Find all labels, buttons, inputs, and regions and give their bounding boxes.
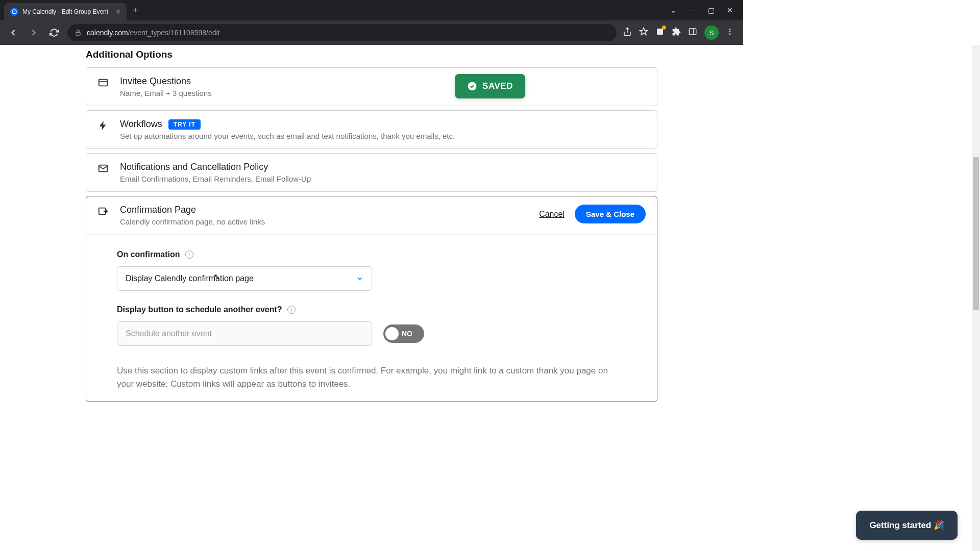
select-value: Display Calendly confirmation page [126, 274, 254, 283]
info-icon[interactable]: i [185, 251, 193, 259]
card-title: Workflows [120, 119, 162, 130]
extensions-icon[interactable] [672, 27, 681, 38]
new-tab-button[interactable]: + [127, 5, 144, 16]
svg-point-5 [729, 29, 731, 30]
calendly-favicon-icon [10, 8, 18, 16]
display-button-toggle[interactable]: NO [383, 324, 424, 343]
tab-title: My Calendly - Edit Group Event [22, 8, 108, 15]
close-window-icon[interactable]: ✕ [727, 6, 733, 14]
svg-point-7 [729, 33, 731, 35]
extension-notification-icon[interactable] [655, 27, 665, 38]
lightning-icon [97, 120, 110, 133]
browser-tab-bar: My Calendly - Edit Group Event × + ⌄ — ▢… [0, 0, 743, 20]
menu-icon[interactable] [726, 28, 734, 38]
card-subtitle: Set up automations around your events, s… [120, 132, 646, 140]
close-tab-icon[interactable]: × [116, 7, 120, 16]
arrow-right-box-icon [97, 206, 110, 219]
info-icon[interactable]: i [287, 306, 296, 314]
toggle-label: NO [402, 330, 412, 338]
window-controls: ⌄ — ▢ ✕ [660, 6, 743, 14]
cancel-button[interactable]: Cancel [539, 210, 565, 219]
url-path: /event_types/161108598/edit [128, 29, 220, 37]
card-title: Notifications and Cancellation Policy [120, 162, 646, 172]
on-confirmation-label: On confirmation i [117, 250, 626, 259]
lock-icon [75, 29, 82, 36]
maximize-icon[interactable]: ▢ [708, 6, 715, 14]
svg-point-0 [12, 10, 16, 14]
forward-button[interactable] [27, 26, 41, 40]
display-button-label: Display button to schedule another event… [117, 305, 626, 314]
url-host: calendly.com [87, 29, 128, 37]
card-notifications[interactable]: Notifications and Cancellation Policy Em… [86, 153, 657, 192]
address-bar: calendly.com/event_types/161108598/edit … [0, 20, 743, 45]
chevron-down-icon [356, 275, 363, 282]
try-it-badge[interactable]: TRY IT [168, 119, 201, 130]
url-bar[interactable]: calendly.com/event_types/161108598/edit [67, 24, 617, 41]
sidepanel-icon[interactable] [688, 27, 697, 38]
mail-icon [97, 163, 110, 176]
section-title: Additional Options [86, 45, 657, 67]
back-button[interactable] [6, 26, 20, 40]
browser-tab[interactable]: My Calendly - Edit Group Event × [4, 3, 127, 20]
card-subtitle: Calendly confirmation page, no active li… [120, 217, 529, 226]
bookmark-icon[interactable] [639, 27, 648, 38]
schedule-another-event-input: Schedule another event [117, 321, 372, 346]
card-title: Confirmation Page [120, 205, 529, 215]
save-and-close-button[interactable]: Save & Close [575, 205, 646, 223]
svg-rect-3 [689, 29, 696, 35]
page-viewport: Additional Options Invitee Questions Nam… [0, 45, 743, 416]
card-invitee-questions[interactable]: Invitee Questions Name, Email + 3 questi… [86, 67, 657, 106]
minimize-icon[interactable]: — [689, 6, 696, 14]
svg-rect-8 [99, 80, 108, 86]
on-confirmation-select[interactable]: Display Calendly confirmation page [117, 266, 372, 291]
card-workflows[interactable]: Workflows TRY IT Set up automations arou… [86, 110, 657, 149]
share-icon[interactable] [623, 27, 632, 38]
card-subtitle: Email Confirmations, Email Reminders, Em… [120, 174, 646, 183]
card-subtitle: Name, Email + 3 questions [120, 89, 646, 97]
svg-rect-1 [76, 32, 80, 35]
check-circle-icon [467, 81, 477, 91]
card-confirmation-page: Confirmation Page Calendly confirmation … [86, 196, 657, 402]
help-text: Use this section to display custom links… [117, 364, 626, 391]
saved-toast: SAVED [455, 74, 525, 98]
tab-overview-icon[interactable]: ⌄ [670, 6, 676, 14]
card-title: Invitee Questions [120, 76, 646, 87]
toggle-knob [385, 327, 399, 340]
reload-button[interactable] [47, 26, 61, 40]
profile-avatar[interactable]: S [704, 26, 719, 40]
list-icon [97, 77, 110, 90]
svg-point-6 [729, 31, 731, 33]
svg-rect-2 [657, 29, 663, 35]
